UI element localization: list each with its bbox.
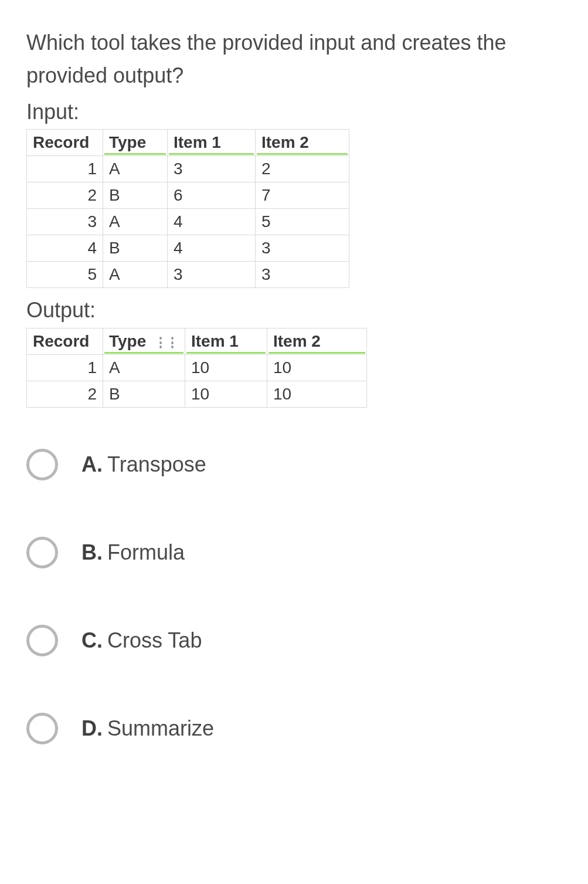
question-text: Which tool takes the provided input and … bbox=[26, 26, 562, 92]
table-row: 1 A 3 2 bbox=[27, 156, 349, 182]
radio-icon[interactable] bbox=[26, 625, 58, 656]
cell-item1: 10 bbox=[185, 355, 267, 381]
radio-icon[interactable] bbox=[26, 537, 58, 568]
cell-item2: 10 bbox=[267, 355, 367, 381]
cell-record: 2 bbox=[27, 381, 103, 408]
cell-record: 1 bbox=[27, 355, 103, 381]
input-label: Input: bbox=[26, 96, 562, 128]
input-table: Record Type Item 1 Item 2 1 A 3 2 2 B 6 … bbox=[26, 129, 349, 288]
option-a[interactable]: A. Transpose bbox=[26, 449, 562, 480]
option-letter: C. bbox=[81, 628, 103, 653]
table-row: 3 A 4 5 bbox=[27, 209, 349, 235]
output-label: Output: bbox=[26, 294, 562, 327]
option-text: Summarize bbox=[107, 716, 214, 741]
table-row: 4 B 4 3 bbox=[27, 235, 349, 262]
option-letter: B. bbox=[81, 540, 103, 565]
input-table-header: Record Type Item 1 Item 2 bbox=[27, 130, 349, 156]
col-header-type-label: Type bbox=[109, 332, 146, 350]
answer-options: A. Transpose B. Formula C. Cross Tab D. … bbox=[26, 449, 562, 744]
cell-type: B bbox=[103, 381, 185, 408]
table-row: 1 A 10 10 bbox=[27, 355, 367, 381]
option-letter: A. bbox=[81, 452, 103, 477]
cell-item1: 3 bbox=[168, 156, 256, 182]
cell-record: 4 bbox=[27, 235, 103, 262]
cell-type: A bbox=[103, 262, 168, 288]
col-header-type: Type ⋮⋮ bbox=[103, 328, 185, 355]
option-c[interactable]: C. Cross Tab bbox=[26, 625, 562, 656]
output-table-header: Record Type ⋮⋮ Item 1 Item 2 bbox=[27, 328, 367, 355]
option-letter: D. bbox=[81, 716, 103, 741]
radio-icon[interactable] bbox=[26, 449, 58, 480]
cell-type: B bbox=[103, 182, 168, 209]
cell-item2: 7 bbox=[256, 182, 349, 209]
table-row: 5 A 3 3 bbox=[27, 262, 349, 288]
cell-item1: 4 bbox=[168, 209, 256, 235]
table-row: 2 B 6 7 bbox=[27, 182, 349, 209]
cell-item2: 5 bbox=[256, 209, 349, 235]
cell-item2: 3 bbox=[256, 262, 349, 288]
option-d[interactable]: D. Summarize bbox=[26, 713, 562, 744]
table-row: 2 B 10 10 bbox=[27, 381, 367, 408]
col-header-type: Type bbox=[103, 130, 168, 156]
cell-record: 3 bbox=[27, 209, 103, 235]
cell-record: 1 bbox=[27, 156, 103, 182]
drag-handle-icon[interactable]: ⋮⋮ bbox=[154, 335, 178, 350]
option-text: Cross Tab bbox=[107, 628, 202, 653]
option-text: Transpose bbox=[107, 452, 206, 477]
col-header-record: Record bbox=[27, 130, 103, 156]
cell-item1: 4 bbox=[168, 235, 256, 262]
cell-item1: 3 bbox=[168, 262, 256, 288]
cell-type: A bbox=[103, 355, 185, 381]
cell-item2: 2 bbox=[256, 156, 349, 182]
col-header-record: Record bbox=[27, 328, 103, 355]
cell-item2: 10 bbox=[267, 381, 367, 408]
col-header-item2: Item 2 bbox=[256, 130, 349, 156]
cell-item1: 10 bbox=[185, 381, 267, 408]
col-header-item1: Item 1 bbox=[168, 130, 256, 156]
cell-type: B bbox=[103, 235, 168, 262]
cell-item1: 6 bbox=[168, 182, 256, 209]
radio-icon[interactable] bbox=[26, 713, 58, 744]
option-text: Formula bbox=[107, 540, 185, 565]
col-header-item2: Item 2 bbox=[267, 328, 367, 355]
cell-type: A bbox=[103, 156, 168, 182]
option-b[interactable]: B. Formula bbox=[26, 537, 562, 568]
cell-item2: 3 bbox=[256, 235, 349, 262]
cell-record: 5 bbox=[27, 262, 103, 288]
col-header-item1: Item 1 bbox=[185, 328, 267, 355]
cell-record: 2 bbox=[27, 182, 103, 209]
cell-type: A bbox=[103, 209, 168, 235]
output-table: Record Type ⋮⋮ Item 1 Item 2 1 A 10 10 2… bbox=[26, 328, 367, 408]
